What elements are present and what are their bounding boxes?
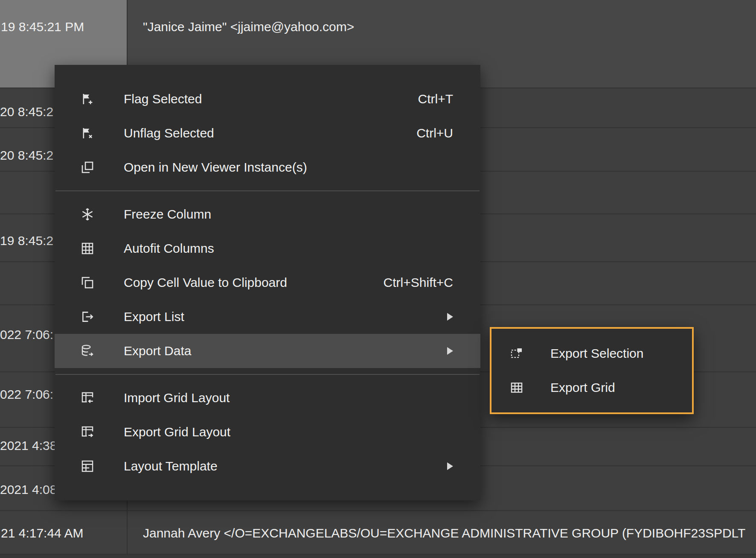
layout-template-icon [79, 458, 96, 474]
menu-item-label: Export List [124, 310, 439, 324]
menu-item-label: Layout Template [124, 459, 439, 473]
menu-item-freeze-column[interactable]: Freeze Column [55, 197, 480, 231]
export-grid-layout-icon [79, 424, 96, 440]
menu-item-label: Import Grid Layout [124, 391, 453, 405]
menu-item-label: Freeze Column [124, 207, 453, 222]
menu-item-layout-template[interactable]: Layout Template [55, 449, 480, 483]
grid-cell-time[interactable]: 20 8:45:2 [0, 148, 53, 163]
menu-item-export-selection[interactable]: Export Selection [491, 336, 692, 371]
menu-item-import-grid-layout[interactable]: Import Grid Layout [55, 381, 480, 415]
menu-separator [55, 374, 480, 375]
grid-cell-time[interactable]: 022 7:06: [0, 327, 53, 342]
submenu-arrow-icon [447, 462, 453, 470]
open-new-viewer-icon [79, 159, 96, 175]
table-grid-icon [79, 240, 96, 257]
export-list-icon [79, 309, 96, 325]
export-selection-icon [509, 345, 525, 362]
snowflake-icon [79, 206, 96, 222]
grid-cell-sender[interactable]: "Janice Jaime" <jjaime@yahoo.com> [143, 20, 354, 34]
menu-item-label: Export Grid [550, 380, 679, 395]
menu-item-shortcut: Ctrl+T [418, 92, 454, 106]
grid-cell-time[interactable]: 21 4:17:44 AM [1, 526, 83, 540]
menu-item-label: Flag Selected [124, 92, 418, 106]
menu-item-export-data[interactable]: Export Data [55, 334, 480, 368]
menu-item-export-list[interactable]: Export List [55, 300, 480, 334]
grid-cell-time[interactable]: 2021 4:38 [0, 438, 57, 453]
menu-item-label: Open in New Viewer Instance(s) [124, 160, 453, 175]
menu-item-label: Copy Cell Value to Clipboard [124, 275, 384, 290]
copy-icon [79, 275, 96, 291]
submenu-arrow-icon [447, 313, 453, 321]
grid-cell-time[interactable]: 20 8:45:2 [0, 105, 53, 119]
grid-row-edge [0, 555, 756, 558]
menu-item-unflag-selected[interactable]: Unflag SelectedCtrl+U [55, 116, 480, 150]
menu-item-label: Export Selection [550, 346, 679, 361]
export-grid-icon [509, 380, 525, 396]
menu-item-shortcut: Ctrl+U [416, 126, 453, 140]
grid-row-divider [0, 510, 756, 511]
menu-item-label: Export Grid Layout [124, 425, 453, 439]
grid-cell-time[interactable]: 022 7:06: [0, 387, 53, 402]
menu-item-open-in-new-viewer-instance-s[interactable]: Open in New Viewer Instance(s) [55, 150, 480, 184]
menu-item-label: Export Data [124, 344, 439, 358]
menu-item-export-grid-layout[interactable]: Export Grid Layout [55, 415, 480, 449]
export-data-submenu: Export SelectionExport Grid [490, 327, 694, 414]
menu-item-flag-selected[interactable]: Flag SelectedCtrl+T [55, 82, 480, 116]
menu-item-copy-cell-value-to-clipboard[interactable]: Copy Cell Value to ClipboardCtrl+Shift+C [55, 266, 480, 300]
grid-cell-time[interactable]: 19 8:45:2 [0, 234, 53, 248]
menu-item-shortcut: Ctrl+Shift+C [384, 275, 453, 290]
menu-item-label: Autofit Columns [124, 241, 453, 256]
flag-plus-icon [79, 91, 96, 107]
menu-item-label: Unflag Selected [124, 126, 416, 140]
grid-cell-time[interactable]: 19 8:45:21 PM [1, 20, 84, 34]
submenu-arrow-icon [447, 347, 453, 355]
grid-cell-time[interactable]: 2021 4:08 [0, 482, 57, 497]
grid-cell-sender[interactable]: Jannah Avery </O=EXCHANGELABS/OU=EXCHANG… [143, 526, 745, 540]
context-menu: Flag SelectedCtrl+TUnflag SelectedCtrl+U… [55, 65, 480, 500]
menu-item-autofit-columns[interactable]: Autofit Columns [55, 231, 480, 266]
menu-separator [55, 190, 480, 191]
import-grid-layout-icon [79, 390, 96, 406]
menu-item-export-grid[interactable]: Export Grid [491, 371, 692, 405]
flag-remove-icon [79, 125, 96, 141]
database-export-icon [79, 343, 96, 359]
